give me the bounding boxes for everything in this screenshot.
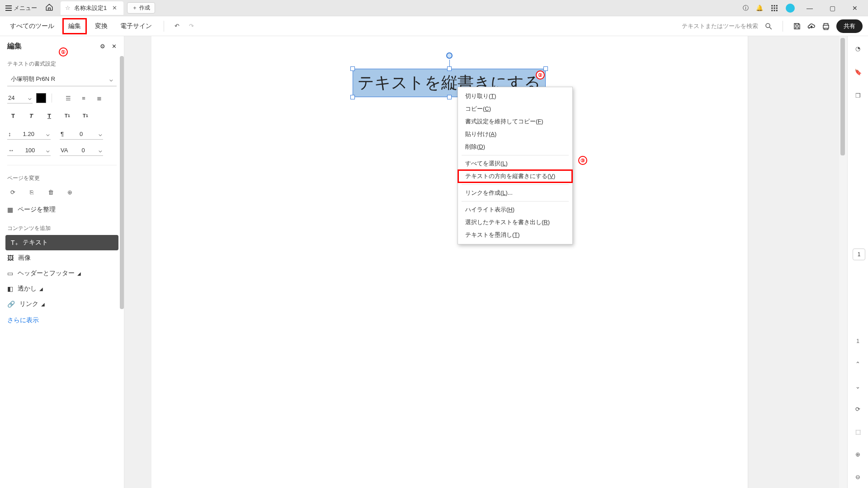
document-tab[interactable]: ☆ 名称未設定1 ✕	[61, 1, 123, 15]
svg-rect-5	[776, 7, 778, 9]
tab-convert[interactable]: 変換	[90, 19, 112, 33]
organize-pages-button[interactable]: ▦ ページを整理	[0, 202, 124, 217]
resize-handle-s[interactable]	[447, 95, 452, 99]
tab-close-button[interactable]: ✕	[110, 5, 119, 11]
window-maximize[interactable]: ▢	[825, 5, 840, 12]
save-icon[interactable]	[793, 22, 801, 30]
context-menu-item[interactable]: 削除(D)	[458, 141, 572, 153]
page-up-button[interactable]: ⌃	[851, 357, 865, 371]
settings-gear-icon[interactable]: ⚙	[100, 43, 105, 50]
search-icon[interactable]	[764, 22, 773, 30]
context-menu-separator	[462, 184, 569, 185]
bold-button[interactable]: T	[7, 110, 19, 122]
add-header-footer-button[interactable]: ▭ ヘッダーとフッター ◢	[0, 266, 124, 281]
rotate-page-button[interactable]: ⟳	[7, 187, 18, 197]
para-space-value: 0	[80, 131, 83, 137]
scrollbar-thumb[interactable]	[840, 38, 845, 155]
apps-grid-icon[interactable]	[770, 4, 778, 12]
close-panel-button[interactable]: ✕	[112, 43, 117, 50]
add-text-button[interactable]: T₊ テキスト	[5, 235, 118, 250]
kerning-input[interactable]: VA 0 ⌵	[60, 145, 103, 156]
search-placeholder[interactable]: テキストまたはツールを検索	[682, 22, 758, 30]
context-menu-item[interactable]: 選択したテキストを書き出し(R)	[458, 216, 572, 229]
subscript-button[interactable]: T1	[80, 110, 91, 122]
align-button[interactable]: ≣	[94, 93, 104, 103]
svg-rect-2	[776, 5, 778, 6]
window-minimize[interactable]: —	[802, 5, 817, 12]
superscript-button[interactable]: T1	[61, 110, 73, 122]
context-menu-item[interactable]: すべてを選択(L)	[458, 157, 572, 170]
tab-esign[interactable]: 電子サイン	[116, 19, 156, 33]
context-menu-item[interactable]: ハイライト表示(H)	[458, 203, 572, 216]
bookmark-icon[interactable]: 🔖	[851, 65, 865, 79]
context-menu-separator	[462, 155, 569, 155]
canvas-scrollbar[interactable]	[839, 36, 847, 488]
chevron-down-icon: ⌵	[46, 131, 50, 137]
context-menu-separator	[462, 201, 569, 202]
page-down-button[interactable]: ⌄	[851, 380, 865, 393]
resize-handle-nw[interactable]	[350, 66, 355, 71]
context-menu-item[interactable]: コピー(C)	[458, 103, 572, 115]
horizontal-scale-input[interactable]: ↔ 100 ⌵	[7, 145, 51, 156]
add-image-label: 画像	[18, 254, 31, 262]
refresh-view-button[interactable]: ⟳	[851, 402, 865, 416]
account-avatar[interactable]	[786, 4, 795, 13]
divider	[783, 21, 783, 32]
show-more-link[interactable]: さらに表示	[0, 312, 124, 329]
context-menu-item[interactable]: 書式設定を維持してコピー(F)	[458, 115, 572, 128]
line-height-input[interactable]: ↕ 1.20 ⌵	[7, 129, 51, 140]
context-menu-item-label: コピー(	[465, 105, 485, 112]
clock-icon[interactable]: ◔	[851, 42, 865, 55]
tab-edit[interactable]: 編集	[62, 18, 87, 34]
page-number-badge[interactable]: 1	[853, 249, 865, 260]
undo-button[interactable]: ↶	[171, 21, 182, 32]
home-button[interactable]	[41, 1, 58, 14]
print-icon[interactable]	[822, 22, 830, 30]
italic-button[interactable]: T	[25, 110, 37, 122]
create-button[interactable]: ＋ 作成	[127, 2, 155, 14]
bullet-list-button[interactable]: ☰	[63, 93, 74, 103]
font-family-select[interactable]: 小塚明朝 Pr6N R ⌵	[7, 72, 117, 86]
extract-page-button[interactable]: ⎘	[26, 187, 37, 197]
resize-handle-n[interactable]	[447, 66, 452, 71]
insert-page-button[interactable]: ⊕	[64, 187, 75, 197]
document-canvas[interactable]: テキストを縦書きにする ② ③ 切り取り(T)コピー(C)書式設定を維持してコピ…	[124, 36, 847, 488]
context-menu-item[interactable]: 切り取り(T)	[458, 90, 572, 103]
paragraph-space-input[interactable]: ¶ 0 ⌵	[60, 129, 103, 140]
text-color-swatch[interactable]	[36, 93, 46, 103]
watermark-icon: ◧	[7, 285, 13, 292]
context-menu-item[interactable]: リンクを作成(L)...	[458, 187, 572, 199]
left-panel-scrollbar[interactable]	[120, 56, 124, 309]
numbered-list-button[interactable]: ≡	[78, 93, 89, 103]
add-image-button[interactable]: 🖼 画像	[0, 250, 124, 266]
tab-all-tools[interactable]: すべてのツール	[5, 19, 59, 33]
help-icon[interactable]: ⓘ	[743, 4, 749, 12]
scale-icon: ↔	[8, 147, 14, 154]
resize-handle-sw[interactable]	[350, 95, 355, 99]
context-menu-shortcut: A	[491, 131, 495, 137]
context-menu-item[interactable]: テキストの方向を縦書きにする(V)	[458, 170, 572, 183]
window-close[interactable]: ✕	[847, 5, 863, 12]
zoom-out-button[interactable]: ⊖	[851, 470, 865, 483]
redo-button[interactable]: ↷	[186, 21, 197, 32]
add-watermark-button[interactable]: ◧ 透かし ◢	[0, 281, 124, 296]
text-format-label: テキストの書式設定	[0, 56, 124, 70]
add-hf-label: ヘッダーとフッター	[18, 269, 75, 277]
delete-page-button[interactable]: 🗑	[45, 187, 56, 197]
underline-button[interactable]: T	[43, 110, 55, 122]
context-menu-item[interactable]: テキストを墨消し(T)	[458, 229, 572, 241]
fit-page-button[interactable]: ⬚	[851, 425, 865, 438]
cloud-upload-icon[interactable]	[807, 22, 816, 30]
context-menu-item[interactable]: 貼り付け(A)	[458, 128, 572, 141]
notifications-icon[interactable]: 🔔	[756, 5, 763, 11]
font-size-select[interactable]: 24 ⌵	[7, 93, 33, 103]
organize-pages-label: ページを整理	[18, 206, 56, 214]
zoom-in-button[interactable]: ⊕	[851, 447, 865, 461]
share-button[interactable]: 共有	[836, 19, 863, 33]
rotate-handle[interactable]	[446, 52, 453, 59]
resize-handle-ne[interactable]	[543, 66, 548, 71]
add-link-button[interactable]: 🔗 リンク ◢	[0, 296, 124, 312]
context-menu-item-label: テキストを墨消し(	[465, 231, 514, 238]
pages-panel-icon[interactable]: ❐	[851, 89, 865, 102]
main-menu-button[interactable]: メニュー	[2, 2, 41, 14]
